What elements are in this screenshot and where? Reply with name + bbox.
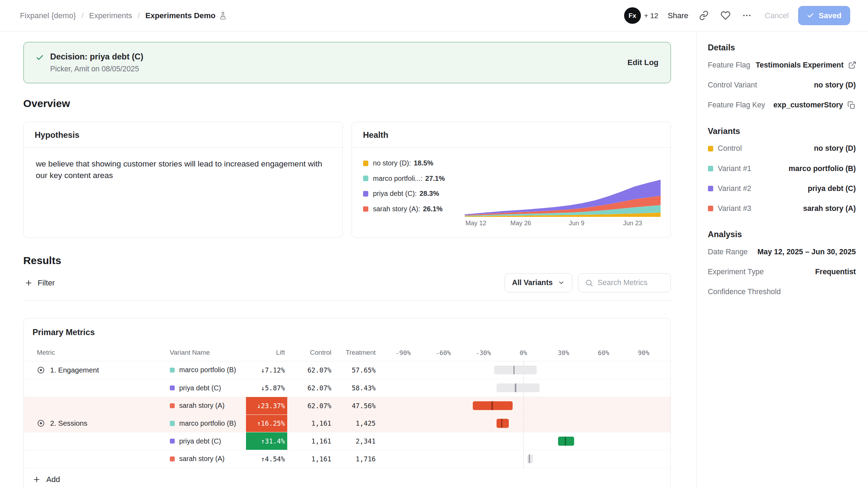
control-value: 62.07%: [287, 384, 332, 392]
more-options-icon[interactable]: [741, 9, 753, 22]
decision-subtitle: Picker, Amit on 08/05/2025: [50, 65, 144, 73]
detail-row: Feature Flag Keyexp_customerStory: [708, 95, 856, 115]
variants-list: Controlno story (D)Variant #1marco portf…: [708, 139, 856, 218]
breadcrumb-item[interactable]: Experiments: [89, 11, 132, 20]
cancel-button[interactable]: Cancel: [765, 11, 789, 20]
lift-axis-header: -90%-60%-30%0%30%60%90%: [385, 345, 662, 361]
goal-target-icon: [37, 419, 45, 427]
metric-name: 1. Engagement: [50, 366, 99, 374]
copy-link-icon[interactable]: [698, 9, 710, 22]
hypothesis-card-header: Hypothesis: [24, 122, 342, 148]
column-header-metric: Metric: [32, 349, 170, 356]
favorite-heart-icon[interactable]: [719, 9, 731, 22]
breadcrumb-item-label: Experiments Demo: [145, 11, 216, 20]
variants-dropdown[interactable]: All Variants: [505, 273, 572, 292]
search-icon: [585, 279, 593, 287]
breadcrumb-item[interactable]: Fixpanel {demo}: [20, 11, 76, 20]
lift-axis-tick: -30%: [476, 349, 491, 356]
health-legend: no story (D):18.5%marco portfoli...:27.1…: [363, 155, 460, 229]
results-divider: [23, 300, 671, 300]
variant-swatch: [708, 146, 714, 151]
avatar[interactable]: Fx: [624, 7, 641, 24]
app-root: Fixpanel {demo}/Experiments/Experiments …: [0, 0, 868, 489]
variant-color-swatch: [170, 368, 175, 373]
saved-label: Saved: [819, 11, 841, 20]
variant-value: marco portfolio (B): [789, 164, 856, 173]
health-chart: May 12May 26Jun 9Jun 23: [465, 155, 660, 229]
lift-value: ↑31.4%: [246, 432, 287, 450]
legend-item[interactable]: no story (D):18.5%: [363, 159, 460, 167]
overview-cards: Hypothesis we believe that showing custo…: [23, 122, 671, 238]
add-metric-button[interactable]: Add: [32, 475, 60, 484]
metric-table-row[interactable]: sarah story (A)↓23.37%62.07%47.56%: [24, 397, 671, 414]
legend-label: sarah story (A):: [373, 205, 420, 213]
x-axis-tick: Jun 23: [623, 220, 642, 227]
variant-swatch: [708, 186, 714, 191]
variant-value: no story (D): [814, 144, 856, 153]
variant-name: priya debt (C): [179, 384, 221, 392]
primary-metrics-card: Primary Metrics Metric Variant Name Lift…: [23, 318, 671, 489]
metrics-table-body: 1. Engagementmarco portfolio (B)↓7.12%62…: [24, 361, 671, 468]
confidence-interval-plot: [385, 379, 662, 397]
x-axis-tick: May 12: [465, 220, 486, 227]
legend-item[interactable]: priya debt (C):28.3%: [363, 190, 460, 198]
legend-label: no story (D):: [373, 159, 411, 167]
search-metrics-input[interactable]: [598, 278, 664, 287]
legend-value: 18.5%: [414, 159, 433, 167]
variant-swatch: [708, 206, 714, 211]
legend-item[interactable]: sarah story (A):26.1%: [363, 205, 460, 213]
variant-name: sarah story (A): [179, 402, 225, 410]
lift-point-marker: [501, 419, 502, 428]
breadcrumb: Fixpanel {demo}/Experiments/Experiments …: [20, 11, 227, 20]
confidence-interval-bar: [497, 383, 539, 392]
check-icon: [807, 12, 814, 19]
copy-icon[interactable]: [847, 101, 856, 109]
health-x-axis: May 12May 26Jun 9Jun 23: [465, 220, 660, 228]
legend-item[interactable]: marco portfoli...:27.1%: [363, 175, 460, 183]
detail-row: Feature FlagTestimonials Experiment: [708, 55, 856, 75]
detail-value-wrap: Testimonials Experiment: [756, 61, 856, 70]
saved-button[interactable]: Saved: [798, 6, 850, 25]
external-link-icon[interactable]: [848, 61, 856, 69]
control-value: 62.07%: [287, 402, 332, 410]
variant-row-label: Control: [708, 144, 742, 153]
variant-row-label: Variant #1: [708, 164, 751, 173]
variant-row: Variant #1marco portfolio (B): [708, 159, 856, 179]
breadcrumb-item[interactable]: Experiments Demo: [145, 11, 227, 20]
variant-cell: sarah story (A): [170, 402, 246, 410]
plus-icon: [24, 279, 33, 287]
analysis-value: May 12, 2025 – Jun 30, 2025: [758, 248, 856, 256]
content: Decision: priya debt (C) Picker, Amit on…: [0, 31, 868, 489]
breadcrumb-item-label: Fixpanel {demo}: [20, 11, 76, 20]
variant-label: Control: [718, 144, 742, 153]
metric-table-row[interactable]: 1. Engagementmarco portfolio (B)↓7.12%62…: [24, 361, 671, 379]
share-button[interactable]: Share: [668, 11, 688, 20]
edit-log-button[interactable]: Edit Log: [628, 58, 659, 67]
metric-table-row[interactable]: priya debt (C)↓5.87%62.07%58.43%: [24, 379, 671, 397]
analysis-heading: Analysis: [708, 229, 856, 239]
topbar: Fixpanel {demo}/Experiments/Experiments …: [0, 0, 868, 31]
collaborator-count[interactable]: + 12: [644, 12, 658, 20]
results-toolbar-right: All Variants: [505, 273, 671, 292]
detail-value: Testimonials Experiment: [756, 61, 844, 70]
metric-table-row[interactable]: 2. Sessionsmarco portfolio (B)↑16.25%1,1…: [24, 414, 671, 432]
metric-table-row[interactable]: sarah story (A)↑4.54%1,1611,716: [24, 450, 671, 468]
details-list: Feature FlagTestimonials ExperimentContr…: [708, 55, 856, 115]
variant-value: priya debt (C): [808, 184, 856, 193]
variant-label: Variant #3: [718, 204, 751, 213]
metric-table-row[interactable]: priya debt (C)↑31.4%1,1612,341: [24, 432, 671, 450]
variant-name: marco portfolio (B): [179, 366, 236, 374]
legend-swatch: [363, 176, 369, 181]
lift-value: ↓7.12%: [246, 361, 287, 379]
goal-target-icon: [37, 366, 45, 374]
treatment-value: 58.43%: [331, 384, 376, 392]
plus-icon: [32, 475, 41, 484]
hypothesis-title: Hypothesis: [35, 130, 331, 140]
add-metric-row: Add: [24, 468, 671, 489]
add-filter-button[interactable]: Filter: [23, 275, 56, 291]
overview-heading: Overview: [23, 98, 671, 109]
detail-label: Control Variant: [708, 81, 757, 90]
lift-point-marker: [565, 437, 566, 446]
variant-name: priya debt (C): [179, 437, 221, 445]
control-value: 1,161: [287, 437, 332, 445]
